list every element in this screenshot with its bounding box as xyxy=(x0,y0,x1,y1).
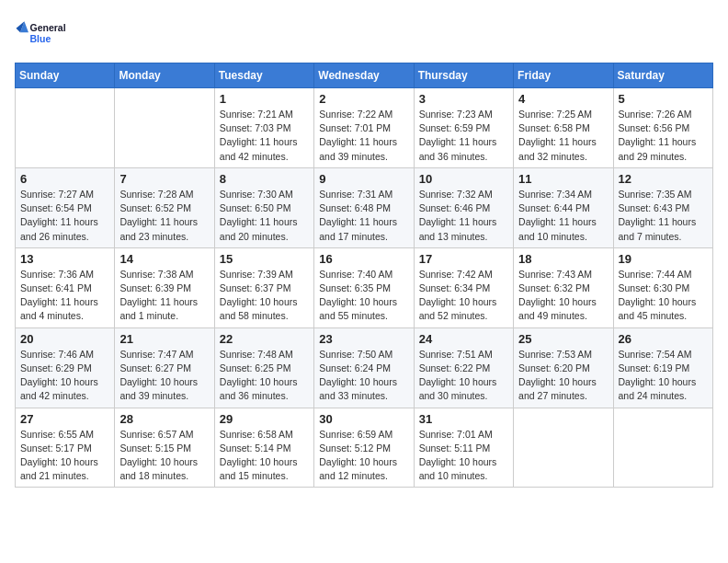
day-info: Sunrise: 7:27 AM Sunset: 6:54 PM Dayligh… xyxy=(20,188,109,244)
calendar-cell: 9Sunrise: 7:31 AM Sunset: 6:48 PM Daylig… xyxy=(314,167,414,247)
day-number: 14 xyxy=(119,252,209,266)
calendar-header-wednesday: Wednesday xyxy=(314,63,414,88)
day-number: 15 xyxy=(220,252,309,266)
day-info: Sunrise: 7:21 AM Sunset: 7:03 PM Dayligh… xyxy=(220,108,309,164)
day-info: Sunrise: 7:34 AM Sunset: 6:44 PM Dayligh… xyxy=(518,188,608,244)
calendar-cell: 13Sunrise: 7:36 AM Sunset: 6:41 PM Dayli… xyxy=(16,247,115,327)
calendar-cell: 15Sunrise: 7:39 AM Sunset: 6:37 PM Dayli… xyxy=(214,247,313,327)
logo-svg: General Blue xyxy=(15,15,70,52)
day-info: Sunrise: 7:48 AM Sunset: 6:25 PM Dayligh… xyxy=(220,348,309,404)
day-info: Sunrise: 7:50 AM Sunset: 6:24 PM Dayligh… xyxy=(319,348,408,404)
calendar-cell: 16Sunrise: 7:40 AM Sunset: 6:35 PM Dayli… xyxy=(314,247,414,327)
day-number: 3 xyxy=(419,92,508,106)
calendar-header-tuesday: Tuesday xyxy=(214,63,313,88)
day-info: Sunrise: 7:36 AM Sunset: 6:41 PM Dayligh… xyxy=(20,268,109,324)
calendar-header-saturday: Saturday xyxy=(613,63,712,88)
calendar-cell: 21Sunrise: 7:47 AM Sunset: 6:27 PM Dayli… xyxy=(115,327,214,408)
calendar-cell: 18Sunrise: 7:43 AM Sunset: 6:32 PM Dayli… xyxy=(514,247,613,327)
day-info: Sunrise: 7:38 AM Sunset: 6:39 PM Dayligh… xyxy=(119,268,209,324)
day-number: 12 xyxy=(619,172,708,186)
calendar-cell xyxy=(16,88,115,168)
day-info: Sunrise: 7:31 AM Sunset: 6:48 PM Dayligh… xyxy=(319,188,408,244)
day-info: Sunrise: 7:44 AM Sunset: 6:30 PM Dayligh… xyxy=(619,268,708,324)
day-number: 17 xyxy=(419,252,508,266)
day-number: 7 xyxy=(119,172,209,186)
day-number: 29 xyxy=(220,412,309,426)
day-number: 26 xyxy=(619,332,708,346)
calendar-cell: 28Sunrise: 6:57 AM Sunset: 5:15 PM Dayli… xyxy=(115,408,214,488)
day-number: 13 xyxy=(20,252,109,266)
calendar-cell: 17Sunrise: 7:42 AM Sunset: 6:34 PM Dayli… xyxy=(414,247,513,327)
logo: General Blue xyxy=(15,15,70,52)
day-number: 22 xyxy=(220,332,309,346)
calendar-cell xyxy=(613,408,712,488)
day-info: Sunrise: 6:58 AM Sunset: 5:14 PM Dayligh… xyxy=(220,428,309,484)
day-number: 11 xyxy=(518,172,608,186)
calendar-week-5: 27Sunrise: 6:55 AM Sunset: 5:17 PM Dayli… xyxy=(16,408,713,488)
calendar-cell: 6Sunrise: 7:27 AM Sunset: 6:54 PM Daylig… xyxy=(16,167,115,247)
calendar-cell: 7Sunrise: 7:28 AM Sunset: 6:52 PM Daylig… xyxy=(115,167,214,247)
calendar-cell: 3Sunrise: 7:23 AM Sunset: 6:59 PM Daylig… xyxy=(414,88,513,168)
calendar-body: 1Sunrise: 7:21 AM Sunset: 7:03 PM Daylig… xyxy=(16,88,713,488)
day-info: Sunrise: 7:23 AM Sunset: 6:59 PM Dayligh… xyxy=(419,108,508,164)
day-number: 24 xyxy=(419,332,508,346)
day-number: 4 xyxy=(518,92,608,106)
day-info: Sunrise: 7:35 AM Sunset: 6:43 PM Dayligh… xyxy=(619,188,708,244)
calendar-header-thursday: Thursday xyxy=(414,63,513,88)
day-number: 2 xyxy=(319,92,408,106)
day-number: 5 xyxy=(619,92,708,106)
calendar-cell: 29Sunrise: 6:58 AM Sunset: 5:14 PM Dayli… xyxy=(214,408,313,488)
day-info: Sunrise: 7:46 AM Sunset: 6:29 PM Dayligh… xyxy=(20,348,109,404)
day-info: Sunrise: 7:40 AM Sunset: 6:35 PM Dayligh… xyxy=(319,268,408,324)
calendar-header-sunday: Sunday xyxy=(16,63,115,88)
calendar-cell: 5Sunrise: 7:26 AM Sunset: 6:56 PM Daylig… xyxy=(613,88,712,168)
day-info: Sunrise: 7:32 AM Sunset: 6:46 PM Dayligh… xyxy=(419,188,508,244)
day-info: Sunrise: 7:30 AM Sunset: 6:50 PM Dayligh… xyxy=(220,188,309,244)
calendar-cell: 20Sunrise: 7:46 AM Sunset: 6:29 PM Dayli… xyxy=(16,327,115,408)
day-number: 28 xyxy=(119,412,209,426)
svg-text:Blue: Blue xyxy=(30,33,51,44)
day-info: Sunrise: 6:57 AM Sunset: 5:15 PM Dayligh… xyxy=(119,428,209,484)
day-info: Sunrise: 7:53 AM Sunset: 6:20 PM Dayligh… xyxy=(518,348,608,404)
calendar-cell: 22Sunrise: 7:48 AM Sunset: 6:25 PM Dayli… xyxy=(214,327,313,408)
calendar-cell: 30Sunrise: 6:59 AM Sunset: 5:12 PM Dayli… xyxy=(314,408,414,488)
day-info: Sunrise: 7:51 AM Sunset: 6:22 PM Dayligh… xyxy=(419,348,508,404)
day-number: 8 xyxy=(220,172,309,186)
day-info: Sunrise: 6:59 AM Sunset: 5:12 PM Dayligh… xyxy=(319,428,408,484)
calendar-cell: 27Sunrise: 6:55 AM Sunset: 5:17 PM Dayli… xyxy=(16,408,115,488)
day-info: Sunrise: 7:22 AM Sunset: 7:01 PM Dayligh… xyxy=(319,108,408,164)
calendar-cell: 14Sunrise: 7:38 AM Sunset: 6:39 PM Dayli… xyxy=(115,247,214,327)
day-number: 9 xyxy=(319,172,408,186)
page-header: General Blue xyxy=(15,15,713,52)
day-number: 18 xyxy=(518,252,608,266)
day-number: 16 xyxy=(319,252,408,266)
calendar-cell: 11Sunrise: 7:34 AM Sunset: 6:44 PM Dayli… xyxy=(514,167,613,247)
calendar-header-friday: Friday xyxy=(514,63,613,88)
day-info: Sunrise: 7:54 AM Sunset: 6:19 PM Dayligh… xyxy=(619,348,708,404)
svg-text:General: General xyxy=(30,22,66,33)
calendar-cell: 1Sunrise: 7:21 AM Sunset: 7:03 PM Daylig… xyxy=(214,88,313,168)
calendar-cell: 4Sunrise: 7:25 AM Sunset: 6:58 PM Daylig… xyxy=(514,88,613,168)
calendar-cell: 19Sunrise: 7:44 AM Sunset: 6:30 PM Dayli… xyxy=(613,247,712,327)
day-number: 10 xyxy=(419,172,508,186)
day-info: Sunrise: 7:28 AM Sunset: 6:52 PM Dayligh… xyxy=(119,188,209,244)
calendar-cell: 31Sunrise: 7:01 AM Sunset: 5:11 PM Dayli… xyxy=(414,408,513,488)
day-number: 25 xyxy=(518,332,608,346)
calendar-cell: 26Sunrise: 7:54 AM Sunset: 6:19 PM Dayli… xyxy=(613,327,712,408)
day-info: Sunrise: 7:25 AM Sunset: 6:58 PM Dayligh… xyxy=(518,108,608,164)
day-info: Sunrise: 7:39 AM Sunset: 6:37 PM Dayligh… xyxy=(220,268,309,324)
day-info: Sunrise: 7:43 AM Sunset: 6:32 PM Dayligh… xyxy=(518,268,608,324)
calendar-cell: 2Sunrise: 7:22 AM Sunset: 7:01 PM Daylig… xyxy=(314,88,414,168)
calendar-cell: 23Sunrise: 7:50 AM Sunset: 6:24 PM Dayli… xyxy=(314,327,414,408)
calendar-week-1: 1Sunrise: 7:21 AM Sunset: 7:03 PM Daylig… xyxy=(16,88,713,168)
day-info: Sunrise: 6:55 AM Sunset: 5:17 PM Dayligh… xyxy=(20,428,109,484)
day-number: 27 xyxy=(20,412,109,426)
day-info: Sunrise: 7:26 AM Sunset: 6:56 PM Dayligh… xyxy=(619,108,708,164)
day-info: Sunrise: 7:01 AM Sunset: 5:11 PM Dayligh… xyxy=(419,428,508,484)
calendar-cell: 12Sunrise: 7:35 AM Sunset: 6:43 PM Dayli… xyxy=(613,167,712,247)
day-number: 6 xyxy=(20,172,109,186)
calendar-cell xyxy=(115,88,214,168)
day-number: 1 xyxy=(220,92,309,106)
calendar-cell: 10Sunrise: 7:32 AM Sunset: 6:46 PM Dayli… xyxy=(414,167,513,247)
day-number: 21 xyxy=(119,332,209,346)
